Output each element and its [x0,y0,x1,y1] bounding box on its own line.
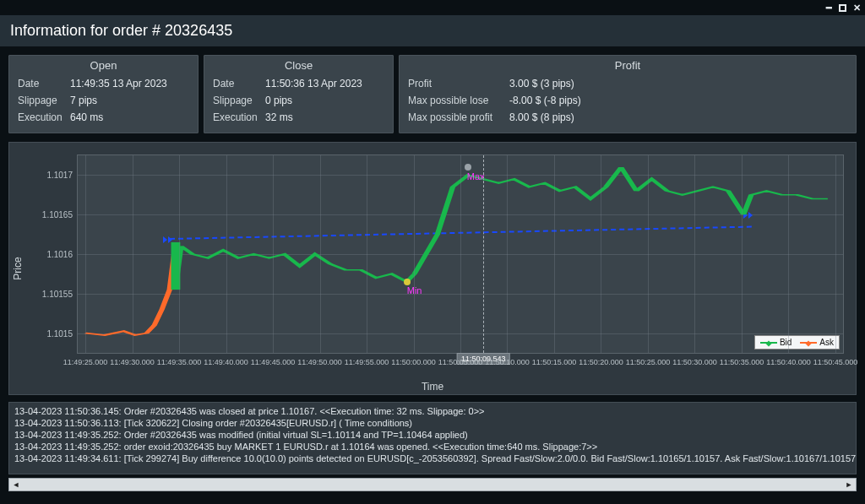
close-execution-value: 32 ms [265,109,293,126]
ytick: 1.10165 [30,210,73,219]
profit-value: 3.00 $ (3 pips) [509,75,574,92]
close-date-label: Date [213,75,265,92]
scroll-left-icon[interactable]: ◄ [9,479,23,490]
panel-close-title: Close [213,59,384,72]
xtick: 11:50:10.000 [485,358,530,366]
ytick: 1.1017 [30,171,73,180]
log-line: 13-04-2023 11:50:36.113: [Tick 320622] C… [14,417,851,429]
xtick: 11:50:15.000 [532,358,577,366]
open-execution-label: Execution [18,109,70,126]
ytick: 1.1016 [30,250,73,259]
xtick: 11:49:30.000 [110,358,155,366]
xtick: 11:49:45.000 [251,358,296,366]
open-date-label: Date [18,75,70,92]
xtick: 11:50:25.000 [626,358,671,366]
maxlose-label: Max possible lose [408,92,509,109]
legend-bid: Bid [760,338,792,347]
close-execution-label: Execution [213,109,265,126]
log-panel[interactable]: 13-04-2023 11:50:36.145: Order #20326435… [8,402,857,474]
close-slippage-value: 0 pips [265,92,292,109]
maxlose-value: -8.00 $ (-8 pips) [509,92,581,109]
open-date-value: 11:49:35 13 Apr 2023 [70,75,167,92]
xtick: 11:49:25.000 [63,358,108,366]
xtick: 11:50:35.000 [720,358,764,366]
close-button[interactable]: ✕ [851,3,862,13]
log-line: 13-04-2023 11:49:35.252: Order #20326435… [14,429,851,441]
plot-area[interactable]: 1.1017 1.10165 1.1016 1.10155 1.1015 11:… [77,154,844,354]
ytick: 1.10155 [30,289,73,298]
log-line: 13-04-2023 11:49:35.252: order exoid:203… [14,441,851,453]
close-slippage-label: Slippage [213,92,265,109]
ytick: 1.1015 [30,328,73,338]
scroll-right-icon[interactable]: ► [842,479,856,490]
panel-open-title: Open [18,59,189,72]
open-slippage-label: Slippage [18,92,70,109]
xtick: 11:50:05.000 [438,358,483,366]
legend-ask: Ask [800,338,834,347]
xtick: 11:50:20.000 [579,358,623,366]
minimize-button[interactable]: ━ [824,3,834,13]
xtick: 11:50:00.000 [391,358,436,366]
xtick: 11:50:45.000 [813,358,858,366]
chart-min-dot [404,279,411,285]
log-line: 13-04-2023 11:50:36.145: Order #20326435… [14,405,851,417]
maximize-button[interactable] [839,4,846,12]
xtick: 11:49:50.000 [297,358,342,366]
scroll-track[interactable] [23,479,842,490]
chart-ylabel: Price [12,257,24,279]
xtick: 11:49:35.000 [157,358,202,366]
titlebar: ━ ✕ [0,0,865,15]
xtick: 11:50:30.000 [672,358,717,366]
info-panels: Open Date11:49:35 13 Apr 2023 Slippage7 … [8,55,857,133]
maxprofit-value: 8.00 $ (8 pips) [509,109,574,126]
maxprofit-label: Max possible profit [408,109,509,126]
chart-max-label: Max [467,171,485,182]
page-title: Information for order # 20326435 [0,15,865,46]
panel-close: Close Date11:50:36 13 Apr 2023 Slippage0… [204,55,394,133]
panel-open: Open Date11:49:35 13 Apr 2023 Slippage7 … [8,55,199,133]
chart-xlabel: Time [422,381,443,393]
chart-legend: Bid Ask [754,335,840,350]
xtick: 11:50:40.000 [766,358,811,366]
panel-profit-title: Profit [408,59,847,72]
panel-profit: Profit Profit3.00 $ (3 pips) Max possibl… [399,55,857,133]
open-slippage-value: 7 pips [70,92,97,109]
price-chart[interactable]: Price Time 1.1017 1.10165 1.1016 1.10155… [8,142,857,395]
chart-max-dot [465,164,471,171]
xtick: 11:49:55.000 [345,358,389,366]
horizontal-scrollbar[interactable]: ◄ ► [8,478,857,491]
profit-label: Profit [408,75,509,92]
open-execution-value: 640 ms [70,109,103,126]
log-line: 13-04-2023 11:49:34.611: [Tick 299274] B… [14,453,851,464]
xtick: 11:49:40.000 [204,358,248,366]
close-date-value: 11:50:36 13 Apr 2023 [265,75,362,92]
chart-min-label: Min [407,285,422,295]
